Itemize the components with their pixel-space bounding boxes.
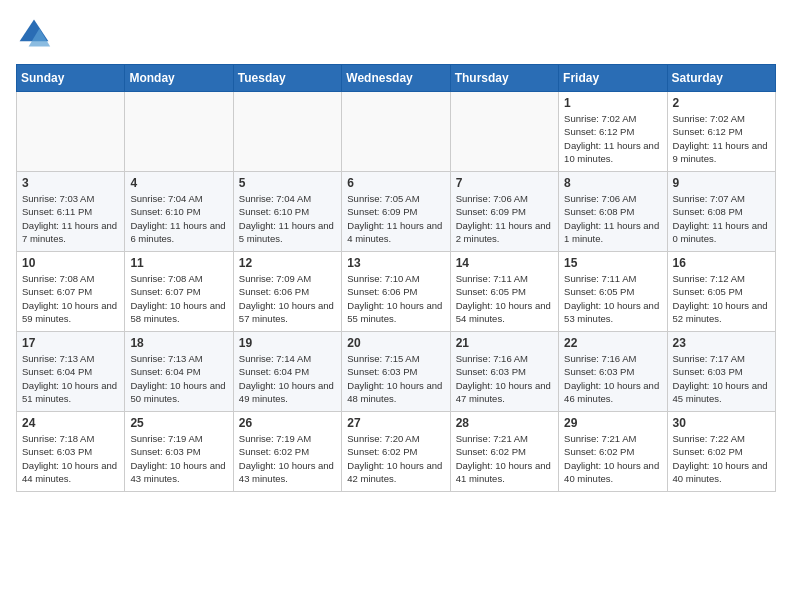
week-row-4: 17Sunrise: 7:13 AM Sunset: 6:04 PM Dayli… xyxy=(17,332,776,412)
logo xyxy=(16,16,58,52)
cell-info: Sunrise: 7:17 AM Sunset: 6:03 PM Dayligh… xyxy=(673,352,770,405)
cell-info: Sunrise: 7:19 AM Sunset: 6:02 PM Dayligh… xyxy=(239,432,336,485)
calendar-cell: 14Sunrise: 7:11 AM Sunset: 6:05 PM Dayli… xyxy=(450,252,558,332)
cell-info: Sunrise: 7:11 AM Sunset: 6:05 PM Dayligh… xyxy=(456,272,553,325)
calendar-cell: 1Sunrise: 7:02 AM Sunset: 6:12 PM Daylig… xyxy=(559,92,667,172)
week-row-3: 10Sunrise: 7:08 AM Sunset: 6:07 PM Dayli… xyxy=(17,252,776,332)
calendar-cell: 22Sunrise: 7:16 AM Sunset: 6:03 PM Dayli… xyxy=(559,332,667,412)
cell-info: Sunrise: 7:21 AM Sunset: 6:02 PM Dayligh… xyxy=(456,432,553,485)
calendar-cell: 17Sunrise: 7:13 AM Sunset: 6:04 PM Dayli… xyxy=(17,332,125,412)
day-number: 7 xyxy=(456,176,553,190)
cell-info: Sunrise: 7:02 AM Sunset: 6:12 PM Dayligh… xyxy=(564,112,661,165)
day-number: 16 xyxy=(673,256,770,270)
day-number: 13 xyxy=(347,256,444,270)
cell-info: Sunrise: 7:03 AM Sunset: 6:11 PM Dayligh… xyxy=(22,192,119,245)
day-number: 21 xyxy=(456,336,553,350)
header-row: SundayMondayTuesdayWednesdayThursdayFrid… xyxy=(17,65,776,92)
calendar-cell: 12Sunrise: 7:09 AM Sunset: 6:06 PM Dayli… xyxy=(233,252,341,332)
calendar-cell: 5Sunrise: 7:04 AM Sunset: 6:10 PM Daylig… xyxy=(233,172,341,252)
cell-info: Sunrise: 7:16 AM Sunset: 6:03 PM Dayligh… xyxy=(564,352,661,405)
calendar-cell: 27Sunrise: 7:20 AM Sunset: 6:02 PM Dayli… xyxy=(342,412,450,492)
calendar-cell: 6Sunrise: 7:05 AM Sunset: 6:09 PM Daylig… xyxy=(342,172,450,252)
calendar-cell xyxy=(342,92,450,172)
calendar-cell: 24Sunrise: 7:18 AM Sunset: 6:03 PM Dayli… xyxy=(17,412,125,492)
cell-info: Sunrise: 7:09 AM Sunset: 6:06 PM Dayligh… xyxy=(239,272,336,325)
calendar-cell: 2Sunrise: 7:02 AM Sunset: 6:12 PM Daylig… xyxy=(667,92,775,172)
day-number: 28 xyxy=(456,416,553,430)
day-number: 1 xyxy=(564,96,661,110)
calendar-cell xyxy=(125,92,233,172)
cell-info: Sunrise: 7:16 AM Sunset: 6:03 PM Dayligh… xyxy=(456,352,553,405)
day-number: 29 xyxy=(564,416,661,430)
calendar-cell: 7Sunrise: 7:06 AM Sunset: 6:09 PM Daylig… xyxy=(450,172,558,252)
calendar-cell: 11Sunrise: 7:08 AM Sunset: 6:07 PM Dayli… xyxy=(125,252,233,332)
cell-info: Sunrise: 7:07 AM Sunset: 6:08 PM Dayligh… xyxy=(673,192,770,245)
day-number: 17 xyxy=(22,336,119,350)
cell-info: Sunrise: 7:05 AM Sunset: 6:09 PM Dayligh… xyxy=(347,192,444,245)
cell-info: Sunrise: 7:11 AM Sunset: 6:05 PM Dayligh… xyxy=(564,272,661,325)
cell-info: Sunrise: 7:19 AM Sunset: 6:03 PM Dayligh… xyxy=(130,432,227,485)
calendar-cell: 3Sunrise: 7:03 AM Sunset: 6:11 PM Daylig… xyxy=(17,172,125,252)
day-number: 22 xyxy=(564,336,661,350)
calendar-cell: 26Sunrise: 7:19 AM Sunset: 6:02 PM Dayli… xyxy=(233,412,341,492)
day-number: 19 xyxy=(239,336,336,350)
calendar-cell: 23Sunrise: 7:17 AM Sunset: 6:03 PM Dayli… xyxy=(667,332,775,412)
calendar-cell: 28Sunrise: 7:21 AM Sunset: 6:02 PM Dayli… xyxy=(450,412,558,492)
cell-info: Sunrise: 7:04 AM Sunset: 6:10 PM Dayligh… xyxy=(239,192,336,245)
day-number: 8 xyxy=(564,176,661,190)
cell-info: Sunrise: 7:04 AM Sunset: 6:10 PM Dayligh… xyxy=(130,192,227,245)
calendar-cell: 19Sunrise: 7:14 AM Sunset: 6:04 PM Dayli… xyxy=(233,332,341,412)
cell-info: Sunrise: 7:08 AM Sunset: 6:07 PM Dayligh… xyxy=(130,272,227,325)
header-saturday: Saturday xyxy=(667,65,775,92)
cell-info: Sunrise: 7:13 AM Sunset: 6:04 PM Dayligh… xyxy=(130,352,227,405)
calendar-cell: 16Sunrise: 7:12 AM Sunset: 6:05 PM Dayli… xyxy=(667,252,775,332)
logo-icon xyxy=(16,16,52,52)
header-monday: Monday xyxy=(125,65,233,92)
week-row-2: 3Sunrise: 7:03 AM Sunset: 6:11 PM Daylig… xyxy=(17,172,776,252)
cell-info: Sunrise: 7:02 AM Sunset: 6:12 PM Dayligh… xyxy=(673,112,770,165)
cell-info: Sunrise: 7:08 AM Sunset: 6:07 PM Dayligh… xyxy=(22,272,119,325)
cell-info: Sunrise: 7:06 AM Sunset: 6:08 PM Dayligh… xyxy=(564,192,661,245)
calendar-cell: 20Sunrise: 7:15 AM Sunset: 6:03 PM Dayli… xyxy=(342,332,450,412)
calendar-table: SundayMondayTuesdayWednesdayThursdayFrid… xyxy=(16,64,776,492)
calendar-cell: 15Sunrise: 7:11 AM Sunset: 6:05 PM Dayli… xyxy=(559,252,667,332)
day-number: 3 xyxy=(22,176,119,190)
cell-info: Sunrise: 7:14 AM Sunset: 6:04 PM Dayligh… xyxy=(239,352,336,405)
calendar-cell: 9Sunrise: 7:07 AM Sunset: 6:08 PM Daylig… xyxy=(667,172,775,252)
day-number: 9 xyxy=(673,176,770,190)
calendar-cell xyxy=(17,92,125,172)
day-number: 5 xyxy=(239,176,336,190)
calendar-cell: 13Sunrise: 7:10 AM Sunset: 6:06 PM Dayli… xyxy=(342,252,450,332)
cell-info: Sunrise: 7:06 AM Sunset: 6:09 PM Dayligh… xyxy=(456,192,553,245)
calendar-cell: 8Sunrise: 7:06 AM Sunset: 6:08 PM Daylig… xyxy=(559,172,667,252)
cell-info: Sunrise: 7:12 AM Sunset: 6:05 PM Dayligh… xyxy=(673,272,770,325)
cell-info: Sunrise: 7:20 AM Sunset: 6:02 PM Dayligh… xyxy=(347,432,444,485)
page-header xyxy=(16,16,776,52)
calendar-cell: 21Sunrise: 7:16 AM Sunset: 6:03 PM Dayli… xyxy=(450,332,558,412)
week-row-5: 24Sunrise: 7:18 AM Sunset: 6:03 PM Dayli… xyxy=(17,412,776,492)
day-number: 20 xyxy=(347,336,444,350)
day-number: 25 xyxy=(130,416,227,430)
day-number: 18 xyxy=(130,336,227,350)
header-sunday: Sunday xyxy=(17,65,125,92)
cell-info: Sunrise: 7:13 AM Sunset: 6:04 PM Dayligh… xyxy=(22,352,119,405)
header-tuesday: Tuesday xyxy=(233,65,341,92)
calendar-cell: 29Sunrise: 7:21 AM Sunset: 6:02 PM Dayli… xyxy=(559,412,667,492)
day-number: 14 xyxy=(456,256,553,270)
day-number: 11 xyxy=(130,256,227,270)
cell-info: Sunrise: 7:21 AM Sunset: 6:02 PM Dayligh… xyxy=(564,432,661,485)
day-number: 4 xyxy=(130,176,227,190)
week-row-1: 1Sunrise: 7:02 AM Sunset: 6:12 PM Daylig… xyxy=(17,92,776,172)
day-number: 30 xyxy=(673,416,770,430)
header-wednesday: Wednesday xyxy=(342,65,450,92)
cell-info: Sunrise: 7:10 AM Sunset: 6:06 PM Dayligh… xyxy=(347,272,444,325)
day-number: 12 xyxy=(239,256,336,270)
calendar-cell xyxy=(233,92,341,172)
day-number: 26 xyxy=(239,416,336,430)
calendar-cell: 4Sunrise: 7:04 AM Sunset: 6:10 PM Daylig… xyxy=(125,172,233,252)
cell-info: Sunrise: 7:18 AM Sunset: 6:03 PM Dayligh… xyxy=(22,432,119,485)
day-number: 6 xyxy=(347,176,444,190)
calendar-cell: 10Sunrise: 7:08 AM Sunset: 6:07 PM Dayli… xyxy=(17,252,125,332)
cell-info: Sunrise: 7:15 AM Sunset: 6:03 PM Dayligh… xyxy=(347,352,444,405)
day-number: 15 xyxy=(564,256,661,270)
